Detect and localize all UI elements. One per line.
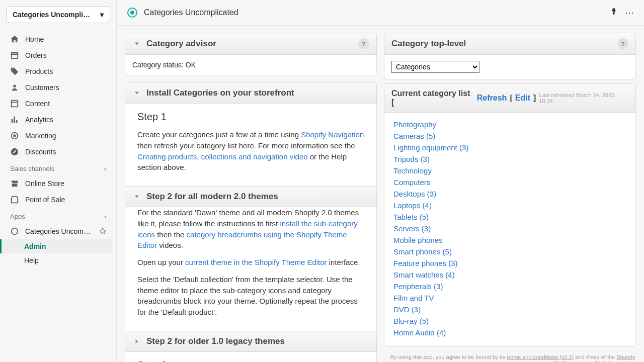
cat-link[interactable]: Film and TV <box>393 292 626 304</box>
nav-app-admin[interactable]: Admin <box>0 239 112 253</box>
nav-label: Online Store <box>25 179 64 188</box>
terms-link[interactable]: terms and conditions (v2.1) <box>507 354 574 360</box>
nav-label: Customers <box>25 83 59 92</box>
nav-analytics[interactable]: Analytics <box>4 112 112 128</box>
link-creating-video[interactable]: Creating products, collections and navig… <box>137 152 308 161</box>
nav-label: Home <box>25 35 44 43</box>
chevron-right-icon: › <box>104 165 106 172</box>
nav-label: Categories Uncompli… <box>25 227 91 235</box>
cat-link[interactable]: Servers (3) <box>393 223 626 234</box>
advisor-body: Category status: OK <box>125 55 376 75</box>
cat-link[interactable]: Photography <box>393 119 626 130</box>
step2a-p1: For the standard 'Dawn' theme and all mo… <box>137 207 364 251</box>
nav-label: Analytics <box>25 116 53 124</box>
nav-home[interactable]: Home <box>4 31 112 47</box>
cat-link[interactable]: Mobile phones <box>393 234 626 246</box>
step2a-p2: Open up your current theme in the Shopif… <box>137 257 364 268</box>
step1-title: Step 1 <box>137 110 364 124</box>
sidebar: Categories Uncomplica… ▾ Home Orders Pro… <box>0 0 117 362</box>
panel-install: Install Categories on your storefront St… <box>125 82 377 362</box>
page-title: Categories Uncomplicated <box>144 8 238 17</box>
nav-pos[interactable]: Point of Sale <box>4 192 112 208</box>
edit-link[interactable]: Edit <box>515 94 530 103</box>
cat-link[interactable]: Blu-ray (5) <box>393 315 626 327</box>
panel-category-advisor: Category advisor ? Category status: OK <box>125 33 377 75</box>
step3-title: Step 3 <box>137 358 364 362</box>
cat-link[interactable]: Cameras (5) <box>393 130 626 142</box>
cat-link[interactable]: Tripods (3) <box>393 153 626 165</box>
chevron-down-icon[interactable] <box>132 88 141 98</box>
main: Categories Uncomplicated ⋯ Category advi… <box>117 0 644 362</box>
caret-down-icon: ▾ <box>100 11 104 19</box>
analytics-icon <box>10 115 19 124</box>
nav-online-store[interactable]: Online Store <box>4 175 112 192</box>
sales-channels-header[interactable]: Sales channels › <box>4 160 112 175</box>
nav-marketing[interactable]: Marketing <box>4 128 112 144</box>
topbar: Categories Uncomplicated ⋯ <box>117 0 644 26</box>
shop-selector[interactable]: Categories Uncomplica… ▾ <box>6 6 110 23</box>
section-label: Sales channels <box>10 165 54 172</box>
cat-link[interactable]: Tablets (5) <box>393 211 626 223</box>
cat-link[interactable]: Computers <box>393 176 626 188</box>
tag-icon <box>10 67 19 76</box>
cat-link[interactable]: Home Audio (4) <box>393 327 626 338</box>
cat-link[interactable]: Lighting equipment (3) <box>393 142 626 153</box>
nav-products[interactable]: Products <box>4 63 112 79</box>
chevron-down-icon[interactable] <box>132 39 141 48</box>
target-icon <box>10 131 19 140</box>
step2a-title: Step 2 for all modern 2.0 themes <box>146 192 278 202</box>
step1-text: Create your categories just a few at a t… <box>137 129 364 173</box>
cat-link[interactable]: Desktops (3) <box>393 188 626 200</box>
cat-link[interactable]: Peripherals (3) <box>393 281 626 292</box>
cat-link[interactable]: Smart phones (5) <box>393 246 626 257</box>
link-shopify-navigation[interactable]: Shopify Navigation <box>301 130 364 139</box>
pin-icon[interactable] <box>99 227 106 236</box>
status-label: Category status: <box>132 61 186 69</box>
app-ring-icon <box>10 227 19 236</box>
cat-link[interactable]: Smart watches (4) <box>393 269 626 281</box>
nav-customers[interactable]: Customers <box>4 79 112 96</box>
nav-discounts[interactable]: Discounts <box>4 144 112 160</box>
cat-link[interactable]: Feature phones (3) <box>393 257 626 269</box>
apps-header[interactable]: Apps › <box>4 208 112 223</box>
footer-note: By using this app, you agree to be bound… <box>384 351 636 362</box>
nav-app-help[interactable]: Help <box>4 253 112 267</box>
more-button[interactable]: ⋯ <box>625 7 634 18</box>
person-icon <box>10 83 19 92</box>
nav-label: Content <box>25 100 50 108</box>
help-icon[interactable]: ? <box>358 38 369 49</box>
nav-content[interactable]: Content <box>4 96 112 112</box>
refresh-link[interactable]: Refresh <box>477 94 507 103</box>
catlist-title-post: ] <box>533 94 536 103</box>
nav-label: Marketing <box>25 132 56 140</box>
step2a-header[interactable]: Step 2 for all modern 2.0 themes <box>125 186 376 207</box>
store-icon <box>10 179 19 188</box>
pin-button[interactable] <box>610 8 618 18</box>
last-refreshed: Last refreshed March 24, 2023 18:34 <box>539 92 628 104</box>
panel-title: Category advisor <box>146 39 216 49</box>
nav-app-categories[interactable]: Categories Uncompli… <box>4 223 112 239</box>
home-icon <box>10 35 19 44</box>
catlist-title-pre: Current category list [ <box>391 89 474 107</box>
app-logo-icon <box>127 7 138 18</box>
cat-link[interactable]: Laptops (4) <box>393 200 626 211</box>
panel-title: Install Categories on your storefront <box>146 88 294 98</box>
top-level-select[interactable]: Categories <box>391 61 479 73</box>
nav-label: Orders <box>25 51 47 59</box>
chevron-right-icon <box>132 337 141 346</box>
link-theme-editor[interactable]: current theme in the Shopify Theme Edito… <box>185 258 327 266</box>
nav-orders[interactable]: Orders <box>4 47 112 63</box>
help-icon[interactable]: ? <box>617 38 628 49</box>
panel-category-list: Current category list [ Refresh | Edit ]… <box>384 83 636 347</box>
cat-link[interactable]: DVD (3) <box>393 304 626 315</box>
step2b-header[interactable]: Step 2 for older 1.0 legacy themes <box>125 331 376 352</box>
panel-title: Category top-level <box>391 39 466 49</box>
svg-point-3 <box>12 228 18 235</box>
category-tree: Photography Cameras (5) Lighting equipme… <box>384 113 635 346</box>
nav-label: Discounts <box>25 148 56 156</box>
nav-label: Point of Sale <box>25 196 65 204</box>
nav-label: Products <box>25 67 53 75</box>
cat-link[interactable]: Technology <box>393 165 626 176</box>
chevron-right-icon: › <box>104 213 106 220</box>
discount-icon <box>10 147 19 156</box>
